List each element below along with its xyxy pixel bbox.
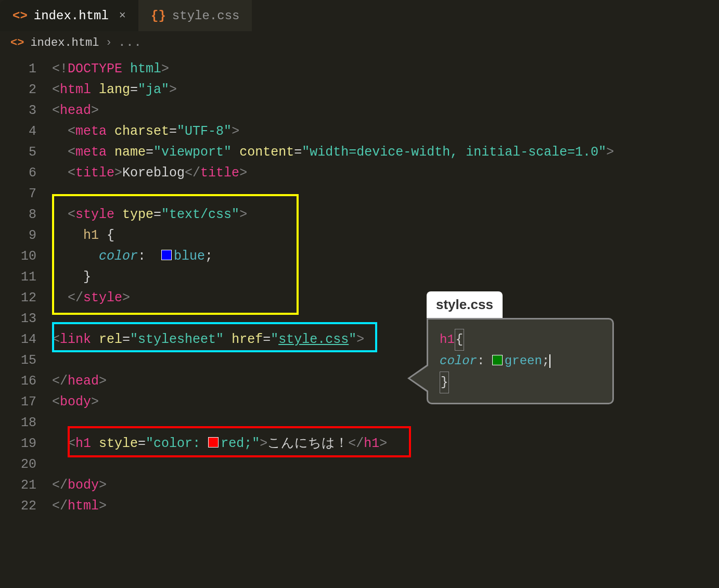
code-line: <head> (52, 100, 719, 121)
code-line: h1 { (52, 225, 719, 246)
code-line: </body> (52, 475, 719, 496)
tooltip-title: style.css (427, 291, 503, 318)
line-number: 9 (0, 225, 36, 246)
code-line: </html> (52, 496, 719, 517)
tooltip-code-line: } (440, 372, 601, 393)
breadcrumb-file: index.html (30, 36, 99, 49)
line-number: 5 (0, 142, 36, 163)
code-area[interactable]: <!DOCTYPE html> <html lang="ja"> <head> … (52, 59, 719, 517)
code-line: } (52, 267, 719, 288)
code-line (52, 454, 719, 475)
line-number-gutter: 1 2 3 4 5 6 7 8 9 10 11 12 13 14 15 16 1… (0, 59, 52, 517)
line-number: 2 (0, 80, 36, 100)
tab-label: style.css (172, 9, 240, 23)
chevron-right-icon: › (105, 36, 112, 49)
line-number: 7 (0, 184, 36, 204)
color-swatch-red (208, 437, 219, 448)
tab-style-css[interactable]: {} style.css (138, 0, 252, 31)
tab-label: index.html (34, 9, 109, 23)
code-line (52, 413, 719, 433)
line-number: 4 (0, 121, 36, 142)
breadcrumb-more: ... (119, 36, 143, 49)
line-number: 22 (0, 496, 36, 517)
code-line (52, 184, 719, 204)
tooltip-code-line: h1{ (440, 329, 601, 351)
breadcrumb[interactable]: <> index.html › ... (0, 31, 719, 55)
line-number: 17 (0, 392, 36, 413)
close-icon[interactable]: × (119, 9, 126, 22)
code-line: <html lang="ja"> (52, 80, 719, 100)
tab-index-html[interactable]: <> index.html × (0, 0, 138, 31)
text-cursor (549, 354, 550, 368)
line-number: 21 (0, 475, 36, 496)
code-line: <h1 style="color: red;">こんにちは！</h1> (52, 433, 719, 454)
line-number: 6 (0, 163, 36, 184)
tooltip-body: h1{ color: green; } (427, 318, 614, 404)
code-line: <!DOCTYPE html> (52, 59, 719, 80)
line-number: 19 (0, 433, 36, 454)
tooltip-code-line: color: green; (440, 351, 601, 372)
code-line: <style type="text/css"> (52, 204, 719, 225)
line-number: 16 (0, 371, 36, 392)
code-editor[interactable]: 1 2 3 4 5 6 7 8 9 10 11 12 13 14 15 16 1… (0, 55, 719, 517)
html-icon: <> (12, 9, 28, 23)
tab-bar: <> index.html × {} style.css (0, 0, 719, 31)
line-number: 3 (0, 100, 36, 121)
code-line: color: blue; (52, 246, 719, 267)
code-line: </head> (52, 371, 719, 392)
line-number: 14 (0, 329, 36, 350)
code-line: <body> (52, 392, 719, 413)
line-number: 8 (0, 204, 36, 225)
code-line (52, 350, 719, 371)
code-line: <meta charset="UTF-8"> (52, 121, 719, 142)
html-icon: <> (10, 36, 24, 49)
stylesheet-tooltip: style.css h1{ color: green; } (427, 291, 614, 404)
line-number: 10 (0, 246, 36, 267)
code-line: <link rel="stylesheet" href="style.css"> (52, 329, 719, 350)
color-swatch-green (492, 355, 503, 365)
line-number: 20 (0, 454, 36, 475)
line-number: 18 (0, 413, 36, 433)
code-line: <title>Koreblog</title> (52, 163, 719, 184)
css-icon: {} (151, 9, 166, 23)
color-swatch-blue (161, 250, 172, 260)
line-number: 12 (0, 288, 36, 309)
code-line: <meta name="viewport" content="width=dev… (52, 142, 719, 163)
code-line: </style> (52, 288, 719, 309)
line-number: 1 (0, 59, 36, 80)
tooltip-arrow-icon (407, 364, 428, 393)
code-line (52, 309, 719, 329)
line-number: 15 (0, 350, 36, 371)
line-number: 13 (0, 309, 36, 329)
line-number: 11 (0, 267, 36, 288)
